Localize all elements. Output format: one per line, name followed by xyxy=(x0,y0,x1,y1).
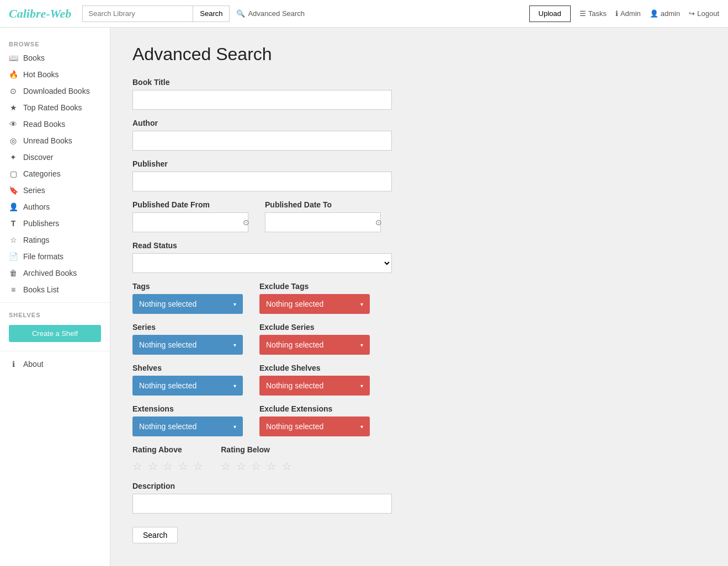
star-above-1[interactable]: ☆ xyxy=(132,460,144,472)
series-selected-text: Nothing selected xyxy=(139,340,196,349)
exclude-tags-caret: ▾ xyxy=(360,301,363,307)
sidebar-label-about: About xyxy=(23,360,44,369)
date-to-label: Published Date To xyxy=(265,200,381,209)
book-title-group: Book Title xyxy=(132,78,706,110)
series-label: Series xyxy=(132,323,243,332)
create-shelf-button[interactable]: Create a Shelf xyxy=(9,325,101,342)
star-icon: ★ xyxy=(9,103,18,112)
sidebar-item-authors[interactable]: 👤 Authors xyxy=(0,199,110,215)
star-above-4[interactable]: ☆ xyxy=(178,460,189,472)
sidebar-item-archived[interactable]: 🗑 Archived Books xyxy=(0,265,110,281)
main-content: Advanced Search Book Title Author Publis… xyxy=(110,28,728,566)
rating-below-stars[interactable]: ☆ ☆ ☆ ☆ ☆ xyxy=(221,460,293,473)
date-from-input[interactable] xyxy=(133,213,238,232)
exclude-extensions-label: Exclude Extensions xyxy=(259,404,370,413)
sidebar-item-books-list[interactable]: ≡ Books List xyxy=(0,281,110,298)
extensions-select[interactable]: Nothing selected ▾ xyxy=(132,417,243,436)
sidebar-item-books[interactable]: 📖 Books xyxy=(0,50,110,66)
sidebar-label-books-list: Books List xyxy=(23,285,59,294)
author-input[interactable] xyxy=(132,131,392,151)
tags-select[interactable]: Nothing selected ▾ xyxy=(132,294,243,314)
exclude-tags-group: Exclude Tags Nothing selected ▾ xyxy=(259,282,370,314)
tags-selected-text: Nothing selected xyxy=(139,300,196,308)
sidebar-item-unread-books[interactable]: ◎ Unread Books xyxy=(0,132,110,149)
series-icon: 🔖 xyxy=(9,186,18,195)
series-select[interactable]: Nothing selected ▾ xyxy=(132,335,243,355)
star-above-2[interactable]: ☆ xyxy=(148,460,159,472)
rating-above-group: Rating Above ☆ ☆ ☆ ☆ ☆ xyxy=(132,445,204,473)
shelves-section-label: SHELVES xyxy=(0,307,110,321)
exclude-series-select[interactable]: Nothing selected ▾ xyxy=(259,335,370,355)
archived-icon: 🗑 xyxy=(9,269,18,277)
rating-below-label: Rating Below xyxy=(221,445,293,454)
tags-label: Tags xyxy=(132,282,243,291)
sidebar-item-discover[interactable]: ✦ Discover xyxy=(0,149,110,165)
star-below-1[interactable]: ☆ xyxy=(221,460,232,472)
sidebar-label-ratings: Ratings xyxy=(23,236,49,244)
exclude-shelves-select[interactable]: Nothing selected ▾ xyxy=(259,376,370,396)
sidebar-label-hot-books: Hot Books xyxy=(23,70,59,79)
date-from-icon[interactable]: ⊙ xyxy=(238,218,254,227)
publisher-input[interactable] xyxy=(132,172,392,191)
sidebar-item-top-rated[interactable]: ★ Top Rated Books xyxy=(0,99,110,116)
discover-icon: ✦ xyxy=(9,153,18,162)
exclude-tags-label: Exclude Tags xyxy=(259,282,370,291)
list-icon: ≡ xyxy=(9,285,18,294)
exclude-tags-select[interactable]: Nothing selected ▾ xyxy=(259,294,370,314)
brand[interactable]: Calibre-Web xyxy=(9,7,71,21)
advanced-search-link[interactable]: 🔍 Advanced Search xyxy=(236,9,305,18)
sidebar: BROWSE 📖 Books 🔥 Hot Books ⊙ Downloaded … xyxy=(0,28,110,566)
star-above-3[interactable]: ☆ xyxy=(163,460,174,472)
sidebar-item-publishers[interactable]: T Publishers xyxy=(0,215,110,232)
search-submit-button[interactable]: Search xyxy=(132,527,178,543)
search-input[interactable] xyxy=(82,6,193,22)
sidebar-label-read: Read Books xyxy=(23,120,65,129)
sidebar-item-series[interactable]: 🔖 Series xyxy=(0,182,110,199)
exclude-series-label: Exclude Series xyxy=(259,323,370,332)
logout-icon: ↪ xyxy=(689,9,695,18)
page-title: Advanced Search xyxy=(132,44,706,65)
exclude-extensions-group: Exclude Extensions Nothing selected ▾ xyxy=(259,404,370,436)
sidebar-item-categories[interactable]: ▢ Categories xyxy=(0,165,110,182)
star-below-4[interactable]: ☆ xyxy=(267,460,278,472)
rating-above-stars[interactable]: ☆ ☆ ☆ ☆ ☆ xyxy=(132,460,204,473)
exclude-extensions-selected-text: Nothing selected xyxy=(266,422,323,431)
publisher-group: Publisher xyxy=(132,159,706,191)
browse-section-label: BROWSE xyxy=(0,36,110,50)
download-icon: ⊙ xyxy=(9,87,18,95)
sidebar-item-about[interactable]: ℹ About xyxy=(0,356,110,372)
sidebar-item-hot-books[interactable]: 🔥 Hot Books xyxy=(0,66,110,83)
upload-button[interactable]: Upload xyxy=(529,6,571,22)
shelves-select[interactable]: Nothing selected ▾ xyxy=(132,376,243,396)
admin-link[interactable]: ℹ Admin xyxy=(615,9,641,18)
eye-icon: 👁 xyxy=(9,120,18,129)
logout-link[interactable]: ↪ Logout xyxy=(689,9,719,18)
date-to-icon[interactable]: ⊙ xyxy=(371,218,386,227)
sidebar-item-ratings[interactable]: ☆ Ratings xyxy=(0,232,110,248)
star-below-3[interactable]: ☆ xyxy=(251,460,262,472)
shelves-row: Shelves Nothing selected ▾ Exclude Shelv… xyxy=(132,364,706,396)
date-from-label: Published Date From xyxy=(132,200,248,209)
sidebar-label-publishers: Publishers xyxy=(23,219,59,228)
read-status-select[interactable]: Read Unread xyxy=(132,253,392,273)
description-input[interactable] xyxy=(132,494,392,514)
user-link[interactable]: 👤 admin xyxy=(650,9,680,18)
exclude-extensions-select[interactable]: Nothing selected ▾ xyxy=(259,417,370,436)
shelves-selected-text: Nothing selected xyxy=(139,381,196,390)
authors-icon: 👤 xyxy=(9,202,18,211)
star-below-5[interactable]: ☆ xyxy=(282,460,293,472)
tasks-link[interactable]: ☰ Tasks xyxy=(580,9,607,18)
sidebar-item-read-books[interactable]: 👁 Read Books xyxy=(0,116,110,132)
date-to-input[interactable] xyxy=(265,213,371,232)
sidebar-item-downloaded-books[interactable]: ⊙ Downloaded Books xyxy=(0,83,110,99)
exclude-series-caret: ▾ xyxy=(360,342,363,348)
book-title-input[interactable] xyxy=(132,90,392,110)
rating-below-group: Rating Below ☆ ☆ ☆ ☆ ☆ xyxy=(221,445,293,473)
sidebar-item-file-formats[interactable]: 📄 File formats xyxy=(0,248,110,265)
exclude-series-selected-text: Nothing selected xyxy=(266,340,323,349)
star-below-2[interactable]: ☆ xyxy=(236,460,247,472)
ratings-icon: ☆ xyxy=(9,236,18,244)
book-title-label: Book Title xyxy=(132,78,706,87)
star-above-5[interactable]: ☆ xyxy=(193,460,204,472)
search-button[interactable]: Search xyxy=(193,6,230,22)
